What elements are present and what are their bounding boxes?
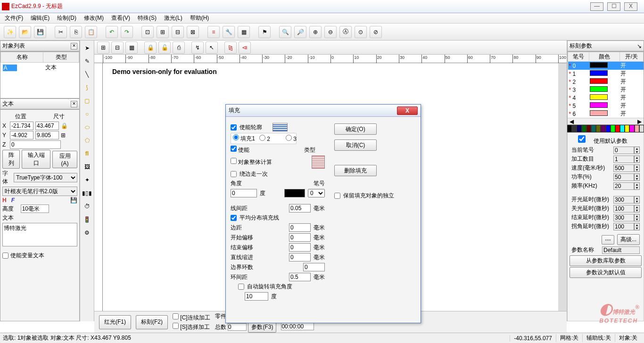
redo-icon[interactable]: ↷ <box>121 26 133 38</box>
menu-edit[interactable]: 编辑(E) <box>28 13 52 23</box>
barcode-tool-icon[interactable]: ▮▯▮ <box>82 188 93 199</box>
w-input[interactable] <box>35 122 59 130</box>
mirror-v-icon[interactable]: ⧏ <box>239 41 251 54</box>
ok-button[interactable]: 确定(O) <box>334 123 377 135</box>
image-tool-icon[interactable]: 🖼 <box>82 161 93 172</box>
color-swatch[interactable] <box>615 125 620 132</box>
set-default-button[interactable]: 参数设为默认值 <box>570 267 642 278</box>
maximize-button[interactable]: ☐ <box>607 2 620 11</box>
color-swatch[interactable] <box>611 125 615 132</box>
angle-input[interactable] <box>231 189 257 197</box>
node-tool-icon[interactable]: ✎ <box>82 56 93 67</box>
undo-icon[interactable]: ↶ <box>106 26 118 38</box>
hatch-icon[interactable]: ≡ <box>207 26 220 38</box>
menu-help[interactable]: 帮助(H) <box>187 13 212 23</box>
spin-icon[interactable]: ▴▾ <box>634 205 640 212</box>
zoom-in-icon[interactable]: 🔍 <box>279 26 291 38</box>
red-light-button[interactable]: 红光(F1) <box>99 315 131 329</box>
use-default-checkbox[interactable] <box>571 135 592 143</box>
around-once-checkbox[interactable] <box>231 171 237 177</box>
copy-icon[interactable]: ⎘ <box>70 26 82 38</box>
color-swatch[interactable] <box>586 125 591 132</box>
align-icon[interactable]: ▦ <box>125 41 138 54</box>
color-swatch[interactable] <box>635 125 639 132</box>
open-icon[interactable]: 📂 <box>19 26 31 38</box>
save-icon[interactable]: 💾 <box>34 26 46 38</box>
line-red-input[interactable] <box>289 253 311 261</box>
color-swatch[interactable] <box>620 125 625 132</box>
ioport-button[interactable]: 输入端口 <box>22 150 50 169</box>
color-swatch[interactable] <box>639 125 644 132</box>
cut-icon[interactable]: ✂ <box>55 26 67 38</box>
object-row[interactable]: A 文本 <box>1 63 79 73</box>
text-tool-icon[interactable]: fI <box>82 148 93 159</box>
spin-icon[interactable]: ▴▾ <box>634 182 640 190</box>
new-icon[interactable]: ✨ <box>4 26 16 38</box>
props-icon[interactable]: ▦ <box>238 26 250 38</box>
pen-row[interactable]: * 1开 <box>568 70 644 78</box>
origin-icon[interactable]: ↯ <box>191 41 204 54</box>
pen-row[interactable]: * 2开 <box>568 78 644 86</box>
menu-view[interactable]: 查看(V) <box>108 13 133 23</box>
rotate-input[interactable] <box>245 292 268 301</box>
zoom-prev-icon[interactable]: ⊘ <box>370 26 382 38</box>
freq-input[interactable] <box>613 182 634 190</box>
font-type-select[interactable]: TrueType字体-100 <box>14 173 77 182</box>
pen-row[interactable]: * 6开 <box>568 110 644 118</box>
menu-file[interactable]: 文件(F) <box>2 13 26 23</box>
fill2-radio[interactable] <box>259 135 265 141</box>
advanced-button[interactable]: 高级... <box>617 234 640 245</box>
zoom-all-icon[interactable]: Ⓐ <box>339 26 352 38</box>
rect-tool-icon[interactable]: ▢ <box>82 95 93 106</box>
scroll-right-icon[interactable]: ▶ <box>637 118 642 125</box>
color-bar[interactable] <box>567 125 644 132</box>
snap3-icon[interactable]: ⊟ <box>172 26 184 38</box>
y-input[interactable] <box>10 131 33 139</box>
vector-tool-icon[interactable]: ✦ <box>82 174 93 186</box>
off-delay-input[interactable] <box>613 205 634 212</box>
anchor-icon[interactable]: ⊞ <box>61 132 66 139</box>
dialog-titlebar[interactable]: 填充 X <box>226 105 421 117</box>
lock3-icon[interactable]: ⎙ <box>173 41 185 54</box>
save-font-icon[interactable]: 💾 <box>70 197 77 204</box>
pen-row[interactable]: * 0开 <box>568 62 644 70</box>
color-swatch[interactable] <box>567 125 572 132</box>
snap2-icon[interactable]: ⊞ <box>157 26 169 38</box>
paste-icon[interactable]: 📋 <box>85 26 97 38</box>
snap1-icon[interactable]: ⊡ <box>141 26 154 38</box>
z-input[interactable] <box>10 140 61 149</box>
font-style1-icon[interactable]: H <box>2 197 7 204</box>
zoom-out-icon[interactable]: 🔎 <box>294 26 306 38</box>
lock1-icon[interactable]: 🔒 <box>144 41 157 54</box>
continuous-checkbox[interactable] <box>173 313 179 319</box>
menu-laser[interactable]: 激光(L) <box>161 13 185 23</box>
line-space-input[interactable] <box>289 204 311 212</box>
cur-pen-input[interactable] <box>613 147 634 154</box>
auto-rotate-checkbox[interactable] <box>238 284 244 290</box>
color-swatch[interactable] <box>601 125 605 132</box>
start-off-input[interactable] <box>289 233 311 242</box>
keep-indep-checkbox[interactable] <box>334 193 340 199</box>
circle-tool-icon[interactable]: ○ <box>82 108 93 120</box>
color-swatch[interactable] <box>577 125 581 132</box>
curve-tool-icon[interactable]: ⟆ <box>82 82 93 93</box>
spin-icon[interactable]: ▴▾ <box>634 164 640 172</box>
apply-button[interactable]: 应用(A) <box>52 151 77 168</box>
line-tool-icon[interactable]: ╲ <box>82 69 93 80</box>
timer-tool-icon[interactable]: ⏱ <box>82 201 93 212</box>
spin-icon[interactable]: ▴▾ <box>634 214 640 221</box>
lock-icon[interactable]: 🔒 <box>61 122 68 129</box>
pen-row[interactable]: * 5开 <box>568 102 644 110</box>
spin-icon[interactable]: ▴▾ <box>634 147 640 154</box>
count-input[interactable] <box>613 155 634 163</box>
loop-dist-input[interactable] <box>289 273 311 281</box>
total-input[interactable] <box>228 323 247 331</box>
font-name-select[interactable]: 叶根友毛笔行书2.0版 <box>2 187 77 196</box>
delete-fill-button[interactable]: 删除填充 <box>334 165 377 176</box>
speed-input[interactable] <box>613 164 634 172</box>
cursor-icon[interactable]: ↖ <box>206 41 218 54</box>
avg-fill-checkbox[interactable] <box>231 215 237 221</box>
cw-button[interactable]: ◦◦◦ <box>602 235 614 245</box>
on-delay-input[interactable] <box>613 196 634 204</box>
polygon-tool-icon[interactable]: ⬠ <box>82 135 93 146</box>
